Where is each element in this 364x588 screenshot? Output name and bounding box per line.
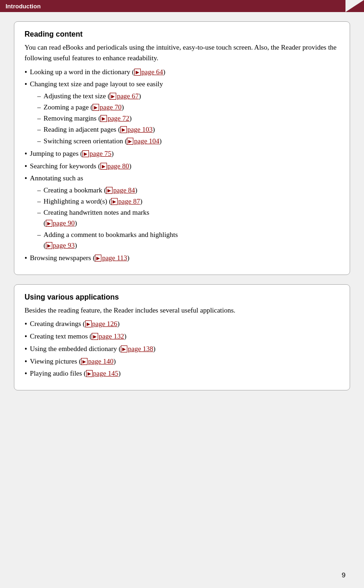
list-item: Annotating such as Creating a bookmark (…	[25, 173, 339, 252]
list-item-content: Creating text memos (▶page 132)	[30, 331, 339, 342]
page-link[interactable]: page 70	[100, 103, 121, 111]
page-ref-icon: ▶	[120, 126, 127, 133]
apps-card-intro: Besides the reading feature, the Reader …	[25, 305, 339, 316]
page-ref-icon: ▶	[134, 69, 141, 76]
page-ref-icon: ▶	[100, 163, 107, 170]
list-item: Viewing pictures (▶page 140)	[25, 356, 339, 368]
list-item-content: Searching for keywords (▶page 80)	[30, 161, 339, 172]
header-bar: Introduction	[0, 0, 364, 12]
page-ref-icon: ▶	[46, 242, 52, 249]
page-link[interactable]: page 140	[88, 358, 113, 365]
apps-content-card: Using various applications Besides the r…	[14, 284, 350, 390]
page-content: Reading content You can read eBooks and …	[0, 12, 364, 400]
reading-card-intro: You can read eBooks and periodicals usin…	[25, 42, 339, 64]
sub-list-item: Zooming a page (▶page 70)	[38, 102, 339, 113]
sub-list-item: Creating a bookmark (▶page 84)	[38, 185, 339, 196]
page-ref-icon: ▶	[46, 220, 52, 227]
page-ref-icon: ▶	[85, 320, 92, 327]
list-item-content: Playing audio files (▶page 145)	[30, 368, 339, 379]
page-link[interactable]: page 113	[102, 254, 127, 262]
page-ref-icon: ▶	[86, 370, 93, 377]
page-link[interactable]: page 84	[113, 186, 135, 194]
list-item: Using the embedded dictionary (▶page 138…	[25, 344, 339, 355]
page-ref-icon: ▶	[81, 358, 88, 365]
sub-list-item: Switching screen orientation (▶page 104)	[38, 136, 339, 147]
page-link[interactable]: page 104	[134, 137, 159, 145]
page-link[interactable]: page 75	[89, 150, 111, 157]
page-link[interactable]: page 67	[117, 92, 138, 100]
page-ref-icon: ▶	[95, 255, 101, 262]
page-link[interactable]: page 93	[53, 242, 75, 249]
reading-content-card: Reading content You can read eBooks and …	[14, 21, 350, 275]
sub-list-item: Adding a comment to bookmarks and highli…	[38, 230, 339, 251]
page-ref-icon: ▶	[82, 150, 89, 157]
page-ref-icon: ▶	[93, 104, 99, 111]
list-item: Creating drawings (▶page 126)	[25, 319, 339, 330]
page-link[interactable]: page 90	[53, 219, 75, 227]
page-link[interactable]: page 103	[127, 126, 153, 133]
list-item-content: Annotating such as Creating a bookmark (…	[30, 173, 339, 252]
sub-list-item: Adjusting the text size (▶page 67)	[38, 91, 339, 102]
list-item-content: Creating drawings (▶page 126)	[30, 319, 339, 329]
list-item: Changing text size and page layout to se…	[25, 79, 339, 147]
sub-list: Creating a bookmark (▶page 84) Highlight…	[38, 185, 339, 251]
page-ref-icon: ▶	[127, 138, 133, 145]
page-link[interactable]: page 132	[99, 332, 124, 340]
page-link[interactable]: page 80	[107, 162, 129, 170]
page-link[interactable]: page 126	[92, 320, 118, 327]
list-item-content: Jumping to pages (▶page 75)	[30, 148, 339, 159]
list-item: Creating text memos (▶page 132)	[25, 331, 339, 343]
page-link[interactable]: page 87	[118, 198, 140, 205]
reading-card-title: Reading content	[25, 30, 339, 38]
list-item-content: Viewing pictures (▶page 140)	[30, 356, 339, 367]
header-title: Introduction	[6, 3, 41, 10]
sub-list-item: Creating handwritten notes and marks(▶pa…	[38, 207, 339, 229]
list-item: Playing audio files (▶page 145)	[25, 368, 339, 380]
page-ref-icon: ▶	[121, 345, 127, 352]
list-item: Jumping to pages (▶page 75)	[25, 148, 339, 160]
page-link[interactable]: page 64	[141, 68, 163, 76]
page-ref-icon: ▶	[100, 115, 107, 122]
list-item: Browsing newspapers (▶page 113)	[25, 253, 339, 264]
page-link[interactable]: page 72	[107, 115, 129, 122]
page-ref-icon: ▶	[111, 198, 118, 205]
page-link[interactable]: page 138	[128, 345, 153, 352]
list-item: Searching for keywords (▶page 80)	[25, 161, 339, 173]
apps-bullet-list: Creating drawings (▶page 126) Creating t…	[25, 319, 339, 380]
list-item-content: Changing text size and page layout to se…	[30, 79, 339, 147]
list-item-content: Browsing newspapers (▶page 113)	[30, 253, 339, 263]
page-number: 9	[342, 571, 345, 579]
reading-card-body: You can read eBooks and periodicals usin…	[25, 42, 339, 264]
apps-card-title: Using various applications	[25, 293, 339, 301]
reading-bullet-list: Looking up a word in the dictionary (▶pa…	[25, 67, 339, 264]
sub-list: Adjusting the text size (▶page 67) Zoomi…	[38, 91, 339, 147]
page-link[interactable]: page 145	[93, 370, 119, 377]
sub-list-item: Highlighting a word(s) (▶page 87)	[38, 196, 339, 207]
page-ref-icon: ▶	[106, 187, 113, 194]
list-item: Looking up a word in the dictionary (▶pa…	[25, 67, 339, 78]
apps-card-body: Besides the reading feature, the Reader …	[25, 305, 339, 380]
list-item-content: Looking up a word in the dictionary (▶pa…	[30, 67, 339, 77]
page-ref-icon: ▶	[92, 333, 98, 340]
page-ref-icon: ▶	[110, 93, 116, 100]
sub-list-item: Reading in adjacent pages (▶page 103)	[38, 124, 339, 135]
sub-list-item: Removing margins (▶page 72)	[38, 113, 339, 124]
list-item-content: Using the embedded dictionary (▶page 138…	[30, 344, 339, 354]
